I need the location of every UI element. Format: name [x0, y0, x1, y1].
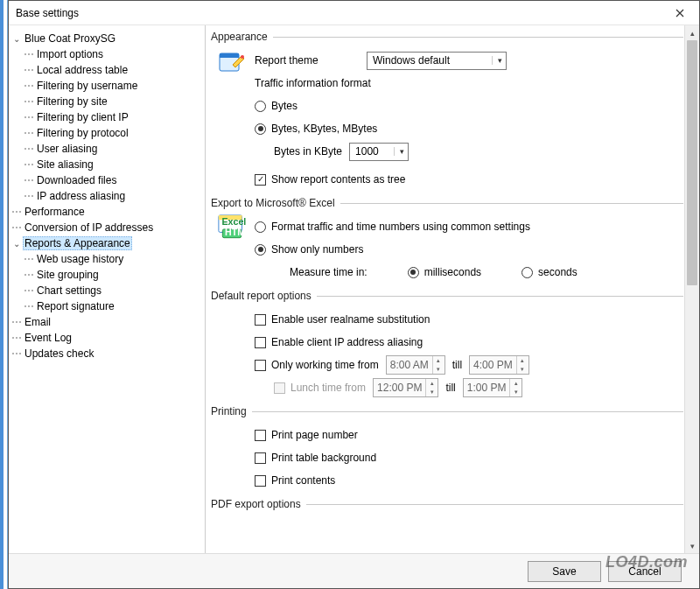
tree-item-ip-conversion[interactable]: ⋯Conversion of IP addresses — [10, 220, 203, 235]
check-working-time[interactable]: Only working time from — [255, 359, 379, 371]
scroll-up-icon[interactable]: ▴ — [685, 25, 699, 40]
group-title: Printing — [211, 405, 247, 417]
tree-leaf-icon: ⋯ — [23, 95, 35, 108]
tree-leaf-icon: ⋯ — [10, 316, 23, 328]
spin-up-icon: ▴ — [510, 379, 522, 388]
tree-item[interactable]: ⋯User aliasing — [23, 141, 203, 157]
radio-format-common[interactable]: Format traffic and time numbers using co… — [255, 221, 530, 233]
check-ip-alias[interactable]: Enable client IP address aliasing — [255, 336, 423, 348]
svg-text:Excel: Excel — [221, 216, 246, 227]
tree-item[interactable]: ⋯Report signature — [23, 298, 203, 314]
tree-item[interactable]: ⋯Chart settings — [23, 283, 203, 298]
tree-leaf-icon: ⋯ — [10, 206, 23, 218]
close-button[interactable] — [662, 4, 697, 23]
tree-label: Reports & Appearance — [23, 236, 132, 250]
tree-leaf-icon: ⋯ — [23, 253, 35, 265]
tree-leaf-icon: ⋯ — [23, 300, 35, 312]
spin-up-icon[interactable]: ▴ — [433, 356, 444, 365]
tree-item[interactable]: ⋯Local address table — [23, 62, 203, 78]
chevron-down-icon[interactable]: ⌄ — [10, 34, 23, 44]
tree-item[interactable]: ⋯Site grouping — [23, 267, 203, 283]
tree-leaf-icon: ⋯ — [23, 269, 35, 281]
radio-ms[interactable]: milliseconds — [408, 266, 481, 278]
tree-item-reports-appearance[interactable]: ⌄ Reports & Appearance — [10, 235, 203, 251]
scroll-down-icon[interactable]: ▾ — [685, 538, 699, 553]
group-title: Appearance — [211, 31, 268, 43]
group-title: Default report options — [211, 290, 312, 302]
check-contents[interactable]: Print contents — [255, 474, 335, 487]
time-to[interactable]: 4:00 PM▴▾ — [469, 355, 529, 375]
kb-label: Bytes in KByte — [274, 145, 342, 158]
chevron-down-icon: ▾ — [492, 56, 506, 65]
spin-down-icon: ▾ — [426, 388, 438, 396]
excel-icon: ExcelHTML — [218, 214, 246, 242]
theme-label: Report theme — [255, 54, 360, 67]
tree-leaf-icon: ⋯ — [23, 48, 35, 60]
group-printing: Printing Print page number Print table b… — [211, 405, 683, 493]
chevron-down-icon[interactable]: ⌄ — [10, 239, 23, 249]
check-table-bg[interactable]: Print table background — [255, 452, 376, 464]
tree-item[interactable]: ⋯Filtering by username — [23, 78, 203, 94]
check-realname[interactable]: Enable user realname substitution — [255, 313, 430, 326]
radio-show-numbers[interactable]: Show only numbers — [255, 243, 363, 256]
tree-leaf-icon: ⋯ — [23, 190, 35, 202]
tree-item[interactable]: ⋯IP address aliasing — [23, 188, 203, 204]
footer: Save Cancel — [9, 553, 699, 588]
kb-select[interactable]: 1000 ▾ — [349, 143, 409, 161]
tree-leaf-icon: ⋯ — [10, 332, 23, 344]
tree-item[interactable]: ⋯Web usage history — [23, 251, 203, 267]
group-defaults: Default report options Enable user realn… — [211, 290, 683, 400]
tree-leaf-icon: ⋯ — [10, 221, 23, 234]
tree-item-event-log[interactable]: ⋯Event Log — [10, 330, 203, 346]
cancel-button[interactable]: Cancel — [608, 561, 682, 582]
tree-leaf-icon: ⋯ — [23, 80, 35, 92]
tree-leaf-icon: ⋯ — [23, 284, 35, 297]
spin-down-icon[interactable]: ▾ — [517, 365, 528, 374]
save-button[interactable]: Save — [528, 561, 601, 582]
radio-bytes[interactable]: Bytes — [255, 100, 298, 112]
lunch-to: 1:00 PM▴▾ — [463, 378, 523, 397]
theme-select[interactable]: Windows default ▾ — [367, 52, 507, 70]
appearance-icon — [218, 48, 246, 76]
svg-rect-1 — [220, 53, 239, 58]
tree-item[interactable]: ⋯Filtering by client IP — [23, 109, 203, 125]
window-title: Base settings — [16, 7, 79, 19]
tree-item-email[interactable]: ⋯Email — [10, 314, 203, 330]
tree-leaf-icon: ⋯ — [23, 111, 35, 123]
measure-label: Measure time in: — [290, 266, 368, 278]
body: ⌄ Blue Coat ProxySG ⋯Import options ⋯Loc… — [9, 25, 699, 553]
tree-item[interactable]: ⋯Downloaded files — [23, 172, 203, 188]
radio-kbytes[interactable]: Bytes, KBytes, MBytes — [255, 123, 377, 135]
tree-item[interactable]: ⋯Import options — [23, 46, 203, 62]
tree-item-updates[interactable]: ⋯Updates check — [10, 346, 203, 361]
radio-seconds[interactable]: seconds — [522, 266, 578, 278]
tree-item-performance[interactable]: ⋯Performance — [10, 204, 203, 220]
tree-item[interactable]: ⋯Site aliasing — [23, 157, 203, 172]
spin-down-icon[interactable]: ▾ — [433, 365, 444, 374]
tree-leaf-icon: ⋯ — [23, 174, 35, 186]
check-show-tree[interactable]: Show report contents as tree — [255, 173, 405, 186]
scrollbar-thumb[interactable] — [687, 40, 697, 285]
check-page-number[interactable]: Print page number — [255, 429, 358, 441]
close-icon — [676, 9, 684, 18]
nav-tree[interactable]: ⌄ Blue Coat ProxySG ⋯Import options ⋯Loc… — [9, 25, 206, 553]
time-from[interactable]: 8:00 AM▴▾ — [386, 355, 445, 375]
group-appearance: Appearance Report theme Windows default … — [211, 31, 683, 192]
titlebar: Base settings — [9, 1, 699, 25]
tree-leaf-icon: ⋯ — [23, 64, 35, 76]
tree-leaf-icon: ⋯ — [23, 127, 35, 139]
check-lunch-time: Lunch time from — [274, 382, 366, 394]
tree-item[interactable]: ⋯Filtering by site — [23, 94, 203, 109]
group-title: PDF export options — [211, 498, 301, 510]
tree-item-bluecoat[interactable]: ⌄ Blue Coat ProxySG — [10, 31, 203, 46]
vertical-scrollbar[interactable]: ▴ ▾ — [684, 25, 699, 553]
till-label: till — [452, 359, 462, 371]
spin-up-icon[interactable]: ▴ — [517, 356, 528, 365]
settings-window: Base settings ⌄ Blue Coat ProxySG ⋯Impor… — [8, 0, 700, 589]
tree-item[interactable]: ⋯Filtering by protocol — [23, 125, 203, 141]
spin-up-icon: ▴ — [426, 379, 438, 388]
tree-leaf-icon: ⋯ — [10, 347, 23, 360]
svg-point-2 — [241, 55, 244, 59]
scroll-area[interactable]: Appearance Report theme Windows default … — [206, 25, 699, 553]
till-label: till — [445, 382, 455, 394]
